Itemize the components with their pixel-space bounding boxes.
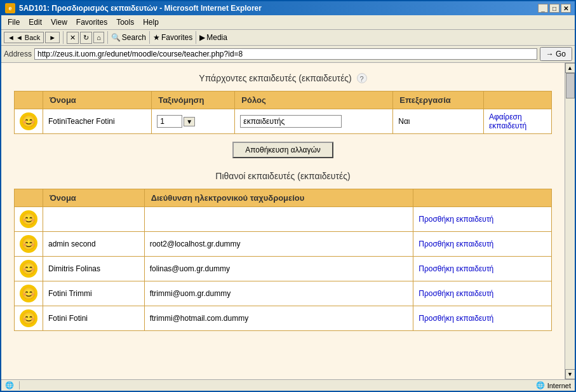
separator-2: [107, 31, 108, 44]
close-button[interactable]: ✕: [561, 4, 571, 13]
add-teacher-link[interactable]: Προσθήκη εκπαιδευτή: [419, 215, 493, 224]
potential-name: Dimitris Folinas: [43, 257, 145, 281]
media-icon: ▶: [199, 33, 205, 42]
avatar: 😊: [20, 285, 37, 302]
potential-action: Προσθήκη εκπαιδευτή: [413, 306, 552, 331]
title-bar-left: e 5AD101: Προσδιορισμός εκπαιδευτών - Mi…: [5, 3, 262, 13]
search-toolbar-item[interactable]: 🔍 Search: [111, 33, 146, 42]
table-row: 😊Fotini Trimmiftrimmi@uom.gr.dummyΠροσθή…: [15, 281, 552, 306]
menu-favorites[interactable]: Favorites: [72, 17, 111, 28]
add-teacher-link[interactable]: Προσθήκη εκπαιδευτή: [419, 314, 493, 323]
home-button[interactable]: ⌂: [93, 32, 104, 43]
media-label: Media: [206, 33, 227, 42]
col-name-2: Όνομα: [43, 189, 145, 207]
go-button[interactable]: → Go: [540, 47, 572, 61]
col-avatar: [15, 91, 43, 109]
separator-1: [63, 31, 64, 44]
menu-edit[interactable]: Edit: [25, 17, 46, 28]
search-icon: 🔍: [111, 33, 121, 42]
menu-view[interactable]: View: [47, 17, 71, 28]
title-bar: e 5AD101: Προσδιορισμός εκπαιδευτών - Mi…: [1, 1, 575, 15]
avatar-cell: 😊: [15, 109, 43, 134]
minimize-button[interactable]: _: [538, 4, 548, 13]
potential-email: ftrimmi@hotmail.com.dummy: [144, 306, 413, 331]
favorites-toolbar-item[interactable]: ★ Favorites: [153, 33, 192, 42]
potential-name: admin second: [43, 232, 145, 257]
save-button[interactable]: Αποθήκευση αλλαγών: [232, 142, 333, 158]
avatar: 😊: [20, 309, 37, 327]
order-dropdown-wrapper: ▼: [157, 115, 229, 128]
menu-file[interactable]: File: [4, 17, 23, 28]
status-bar: 🌐 🌐 Internet: [1, 379, 575, 391]
status-internet: 🌐 Internet: [536, 381, 571, 389]
internet-icon: 🌐: [536, 381, 545, 389]
maximize-button[interactable]: □: [549, 4, 559, 13]
potential-name: [43, 207, 145, 232]
media-toolbar-item[interactable]: ▶ Media: [199, 33, 227, 42]
help-icon-1[interactable]: ?: [357, 73, 367, 83]
teacher-action: Αφαίρεσηεκπαιδευτή: [483, 109, 551, 134]
favorites-icon: ★: [153, 33, 160, 42]
scroll-down-arrow[interactable]: ▼: [565, 369, 575, 379]
avatar-cell: 😊: [15, 257, 43, 281]
potential-action: Προσθήκη εκπαιδευτή: [413, 207, 552, 232]
potential-name: Fotini Fotini: [43, 306, 145, 331]
section2-title: Πιθανοί εκπαιδευτές (εκπαιδευτές): [14, 171, 552, 181]
avatar-cell: 😊: [15, 281, 43, 306]
status-icon: 🌐: [5, 381, 14, 389]
potential-email: ftrimmi@uom.gr.dummy: [144, 281, 413, 306]
avatar-cell: 😊: [15, 306, 43, 331]
avatar: 😊: [20, 112, 37, 130]
menu-help[interactable]: Help: [139, 17, 163, 28]
avatar-cell: 😊: [15, 207, 43, 232]
scroll-thumb[interactable]: [566, 73, 575, 98]
address-input[interactable]: [34, 48, 537, 60]
remove-teacher-link[interactable]: Αφαίρεσηεκπαιδευτή: [489, 112, 526, 130]
separator-4: [196, 31, 196, 44]
window-title: 5AD101: Προσδιορισμός εκπαιδευτών - Micr…: [19, 4, 262, 13]
back-icon: ◄: [8, 34, 15, 41]
potential-name: Fotini Trimmi: [43, 281, 145, 306]
add-teacher-link[interactable]: Προσθήκη εκπαιδευτή: [419, 289, 493, 298]
separator-3: [149, 31, 150, 44]
menu-bar: File Edit View Favorites Tools Help: [1, 15, 575, 30]
role-input[interactable]: [240, 115, 342, 128]
search-label: Search: [122, 33, 146, 42]
avatar-cell: 😊: [15, 232, 43, 257]
order-input[interactable]: [157, 115, 182, 128]
add-teacher-link[interactable]: Προσθήκη εκπαιδευτή: [419, 264, 493, 273]
scroll-up-arrow[interactable]: ▲: [565, 63, 575, 73]
avatar: 😊: [20, 260, 37, 278]
potential-email: [144, 207, 413, 232]
save-btn-row: Αποθήκευση αλλαγών: [14, 142, 552, 158]
scroll-track: [565, 73, 575, 369]
teacher-order: ▼: [152, 109, 235, 134]
back-button[interactable]: ◄ ◄ Back: [4, 32, 44, 43]
order-dropdown-arrow[interactable]: ▼: [184, 117, 195, 126]
col-email: Διεύθυνση ηλεκτρονικού ταχυδρομείου: [144, 189, 413, 207]
potential-action: Προσθήκη εκπαιδευτή: [413, 281, 552, 306]
content-area: Υπάρχοντες εκπαιδευτές (εκπαιδευτές) ? Ό…: [1, 63, 565, 379]
col-action-2: [413, 189, 552, 207]
avatar: 😊: [20, 235, 37, 253]
status-item: 🌐: [5, 381, 20, 389]
forward-button[interactable]: ►: [45, 32, 60, 43]
potential-email: root2@localhost.gr.dummy: [144, 232, 413, 257]
potential-action: Προσθήκη εκπαιδευτή: [413, 257, 552, 281]
potential-action: Προσθήκη εκπαιδευτή: [413, 232, 552, 257]
potential-teachers-table: Όνομα Διεύθυνση ηλεκτρονικού ταχυδρομείο…: [14, 189, 552, 331]
internet-label: Internet: [547, 382, 571, 389]
favorites-label: Favorites: [161, 33, 192, 42]
toolbar: ◄ ◄ Back ► ✕ ↻ ⌂ 🔍 Search ★ Favorites ▶ …: [1, 30, 575, 46]
refresh-button[interactable]: ↻: [80, 32, 92, 44]
back-label: ◄ Back: [16, 34, 40, 41]
add-teacher-link[interactable]: Προσθήκη εκπαιδευτή: [419, 240, 493, 248]
potential-email: folinas@uom.gr.dummy: [144, 257, 413, 281]
table-row: 😊 FotiniTeacher Fotini ▼ Ναι: [15, 109, 552, 134]
stop-button[interactable]: ✕: [67, 32, 79, 44]
title-bar-buttons[interactable]: _ □ ✕: [538, 4, 571, 13]
menu-tools[interactable]: Tools: [112, 17, 138, 28]
section1-title: Υπάρχοντες εκπαιδευτές (εκπαιδευτές) ?: [14, 73, 552, 83]
address-bar: Address → Go: [1, 46, 575, 63]
col-order: Ταξινόμηση: [152, 91, 235, 109]
